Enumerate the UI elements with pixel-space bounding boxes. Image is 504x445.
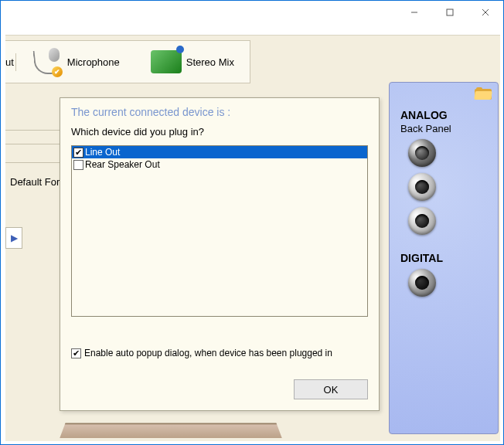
analog-heading: ANALOG [400,109,498,121]
dialog-title: The current connected device is : [60,98,379,123]
device-tab-microphone-label: Microphone [67,56,120,68]
checkbox-icon[interactable]: ✔ [71,348,81,358]
titlebar [1,1,503,32]
checkbox-icon[interactable] [73,160,83,170]
minimize-button[interactable] [397,1,432,24]
device-tab-stereomix-label: Stereo Mix [186,56,234,68]
microphone-icon: ✔ [32,46,63,77]
device-option-rear-speaker-out[interactable]: Rear Speaker Out [72,158,367,171]
ok-button[interactable]: OK [294,379,368,399]
stereo-mix-icon [151,50,182,73]
bottom-shadow [60,423,281,438]
maximize-button[interactable] [432,1,468,24]
analog-subheading: Back Panel [400,123,498,134]
nav-arrow-button[interactable]: ▶ [5,227,22,249]
device-listbox[interactable]: ✔ Line Out Rear Speaker Out [71,145,368,317]
connector-panel: ANALOG Back Panel DIGITAL [389,82,499,434]
auto-popup-row[interactable]: ✔ Enable auto popup dialog, when device … [60,317,379,358]
device-tab-truncated-label: ut [5,56,14,68]
auto-popup-label: Enable auto popup dialog, when device ha… [84,348,332,358]
analog-jack-1[interactable] [408,139,436,167]
device-toolbar: ut ✔ Microphone Stereo Mix [5,40,250,83]
device-plugged-dialog: The current connected device is : Which … [60,97,380,411]
device-tab-truncated[interactable]: ut [5,53,16,71]
device-tab-microphone[interactable]: ✔ Microphone [24,43,128,80]
analog-jack-3[interactable] [408,207,436,235]
close-button[interactable] [468,1,503,24]
device-option-line-out[interactable]: ✔ Line Out [72,146,367,158]
digital-jack-1[interactable] [408,269,436,297]
device-option-label: Rear Speaker Out [85,159,160,170]
device-option-label: Line Out [85,147,120,158]
dialog-question: Which device did you plug in? [60,123,379,142]
folder-icon[interactable] [475,87,492,100]
analog-jack-2[interactable] [408,173,436,201]
svg-rect-0 [447,9,453,15]
checkbox-icon[interactable]: ✔ [73,148,83,158]
digital-heading: DIGITAL [400,252,498,264]
device-tab-stereomix[interactable]: Stereo Mix [143,47,242,76]
default-format-label: Default For [5,173,64,191]
